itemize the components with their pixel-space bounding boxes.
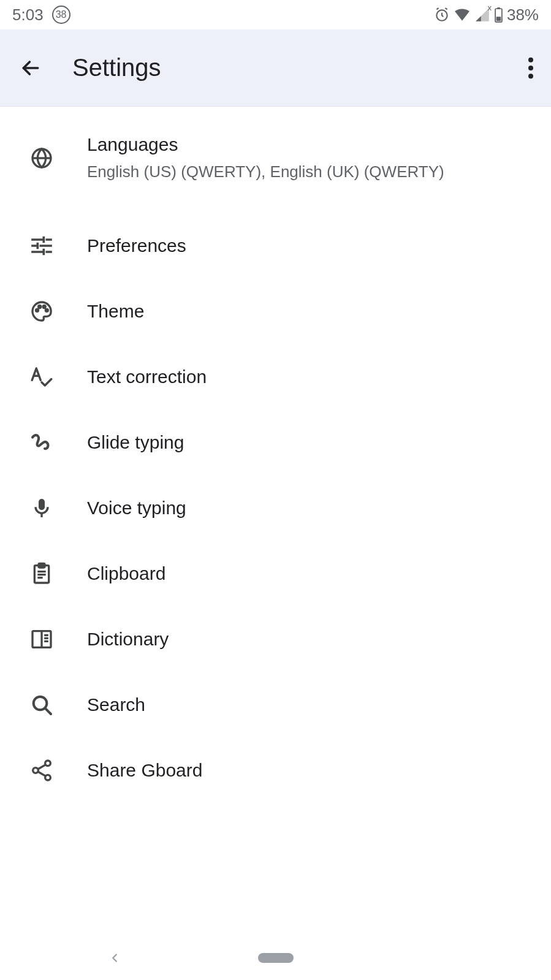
nav-home-pill[interactable] — [258, 953, 294, 963]
page-title: Settings — [72, 54, 528, 82]
settings-item-preferences[interactable]: Preferences — [0, 213, 551, 279]
gesture-icon — [28, 429, 55, 456]
settings-item-languages[interactable]: Languages English (US) (QWERTY), English… — [0, 115, 551, 213]
settings-list: Languages English (US) (QWERTY), English… — [0, 107, 551, 803]
svg-rect-2 — [497, 7, 500, 9]
status-left: 5:03 38 — [12, 6, 70, 25]
system-nav-bar — [0, 936, 551, 980]
item-subtitle: English (US) (QWERTY), English (UK) (QWE… — [87, 160, 534, 184]
settings-item-clipboard[interactable]: Clipboard — [0, 541, 551, 607]
svg-rect-12 — [39, 499, 45, 510]
item-title: Dictionary — [87, 627, 534, 652]
status-right: x 38% — [434, 6, 539, 25]
svg-point-17 — [45, 761, 51, 766]
more-options-button[interactable] — [528, 56, 534, 80]
share-icon — [28, 757, 55, 784]
settings-item-theme[interactable]: Theme — [0, 279, 551, 344]
item-title: Languages — [87, 132, 534, 158]
tune-icon — [28, 232, 55, 259]
battery-percent: 38% — [507, 6, 539, 25]
app-bar: Settings — [0, 29, 551, 107]
item-title: Glide typing — [87, 430, 534, 455]
svg-point-11 — [45, 309, 48, 311]
svg-point-18 — [33, 768, 39, 773]
svg-point-16 — [34, 697, 47, 710]
settings-item-voice-typing[interactable]: Voice typing — [0, 476, 551, 541]
svg-point-6 — [528, 74, 533, 78]
back-button[interactable] — [18, 56, 43, 80]
wifi-icon — [454, 7, 471, 23]
item-title: Share Gboard — [87, 758, 534, 783]
status-time: 5:03 — [12, 6, 44, 25]
clipboard-icon — [28, 560, 55, 587]
settings-item-search[interactable]: Search — [0, 672, 551, 738]
svg-point-4 — [528, 57, 533, 62]
item-title: Preferences — [87, 234, 534, 259]
svg-point-10 — [43, 306, 45, 308]
book-icon — [28, 626, 55, 653]
status-bar: 5:03 38 x 38% — [0, 0, 551, 29]
svg-rect-14 — [39, 563, 45, 568]
settings-item-glide-typing[interactable]: Glide typing — [0, 410, 551, 476]
battery-icon — [494, 7, 503, 23]
svg-point-9 — [39, 306, 41, 308]
svg-rect-3 — [496, 17, 501, 21]
palette-icon — [28, 298, 55, 325]
item-title: Voice typing — [87, 496, 534, 521]
item-title: Theme — [87, 299, 534, 324]
microphone-icon — [28, 495, 55, 522]
settings-item-dictionary[interactable]: Dictionary — [0, 607, 551, 672]
svg-point-5 — [528, 66, 533, 70]
item-title: Text correction — [87, 365, 534, 390]
nav-back-button[interactable] — [108, 951, 121, 965]
settings-item-text-correction[interactable]: Text correction — [0, 344, 551, 410]
alarm-icon — [434, 7, 450, 23]
status-notification-badge: 38 — [52, 6, 70, 24]
settings-item-share[interactable]: Share Gboard — [0, 738, 551, 803]
spellcheck-icon — [28, 363, 55, 390]
cellular-icon: x — [474, 7, 490, 23]
search-icon — [28, 691, 55, 718]
item-title: Clipboard — [87, 561, 534, 587]
item-title: Search — [87, 693, 534, 718]
globe-icon — [28, 145, 55, 172]
svg-point-8 — [36, 309, 39, 311]
svg-point-19 — [45, 775, 51, 780]
